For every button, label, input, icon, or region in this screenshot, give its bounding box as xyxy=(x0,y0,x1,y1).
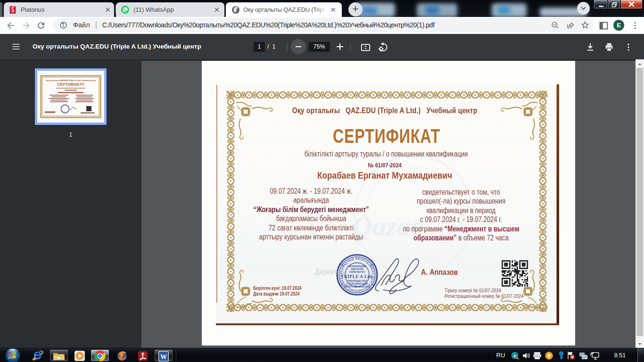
svg-text:e: e xyxy=(514,353,516,358)
svg-text:Оқу орталығы QAZ.EDU (Triple A: Оқу орталығы QAZ.EDU (Triple A Ltd.) Уче… xyxy=(46,79,96,82)
svg-text:СЕРТИФИКАТ: СЕРТИФИКАТ xyxy=(57,82,85,87)
svg-text:С ОГРАНИЧЕННОЙ: С ОГРАНИЧЕННОЙ xyxy=(347,282,368,285)
svg-text:ОТВЕТСТВЕННОСТЬЮ: ОТВЕТСТВЕННОСТЬЮ xyxy=(344,286,370,288)
svg-text:ТОВАРИЩЕСТВО: ТОВАРИЩЕСТВО xyxy=(347,280,367,282)
svg-text:СЕРІКТЕСТІГІ: СЕРІКТЕСТІГІ xyxy=(349,271,365,273)
svg-text:W: W xyxy=(160,354,167,361)
